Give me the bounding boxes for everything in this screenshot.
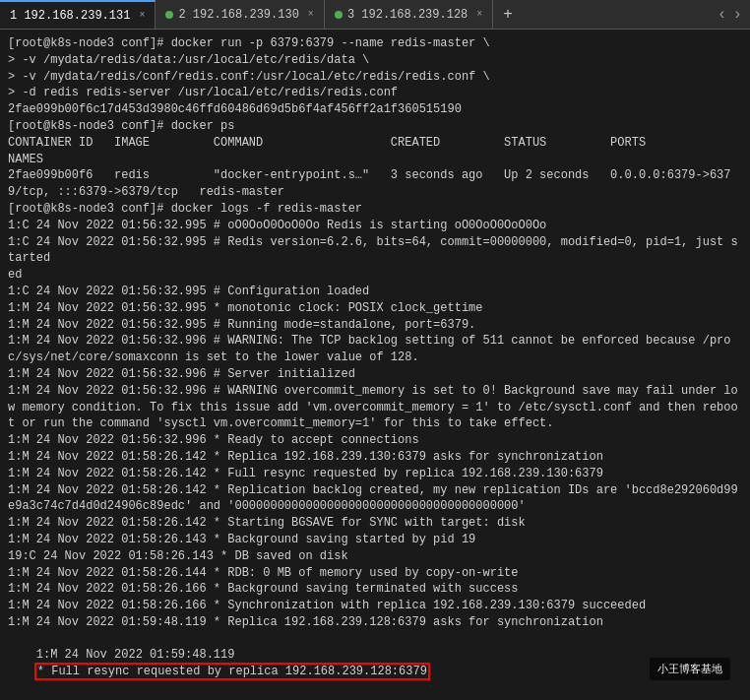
- line-26: 1:M 24 Nov 2022 01:58:26.144 * RDB: 0 MB…: [8, 565, 742, 582]
- nav-right-icon[interactable]: ›: [732, 6, 742, 24]
- line-28: 1:M 24 Nov 2022 01:58:26.166 * Synchroni…: [8, 598, 742, 614]
- line-9: [root@k8s-node3 conf]# docker logs -f re…: [8, 201, 742, 218]
- line-29: 1:M 24 Nov 2022 01:59:48.119 * Replica 1…: [8, 614, 742, 631]
- tab-3-label: 3 192.168.239.128: [347, 8, 468, 22]
- line-5: 2fae099b00f6c17d453d3980c46ffd60486d69d5…: [8, 101, 742, 118]
- line-6: [root@k8s-node3 conf]# docker ps: [8, 118, 742, 135]
- line-8: 2fae099b00f6 redis "docker-entrypoint.s……: [8, 167, 742, 201]
- line-4: > -d redis redis-server /usr/local/etc/r…: [8, 85, 742, 101]
- line-25: 19:C 24 Nov 2022 01:58:26.143 * DB saved…: [8, 548, 742, 565]
- line-21: 1:M 24 Nov 2022 01:58:26.142 * Full resy…: [8, 466, 742, 482]
- line-27: 1:M 24 Nov 2022 01:58:26.166 * Backgroun…: [8, 581, 742, 598]
- tab-2[interactable]: 2 192.168.239.130 ×: [156, 0, 324, 29]
- line-17: 1:M 24 Nov 2022 01:56:32.996 # Server in…: [8, 366, 742, 383]
- line-19: 1:M 24 Nov 2022 01:56:32.996 * Ready to …: [8, 432, 742, 449]
- tab-3-dot: [335, 11, 343, 19]
- tab-add[interactable]: +: [493, 0, 523, 29]
- tab-1-close[interactable]: ×: [139, 10, 145, 21]
- line-22: 1:M 24 Nov 2022 01:58:26.142 * Replicati…: [8, 482, 742, 516]
- tab-2-close[interactable]: ×: [308, 9, 314, 20]
- tab-bar: 1 192.168.239.131 × 2 192.168.239.130 × …: [0, 0, 750, 30]
- terminal: [root@k8s-node3 conf]# docker run -p 637…: [0, 30, 750, 700]
- line-20: 1:M 24 Nov 2022 01:58:26.142 * Replica 1…: [8, 449, 742, 466]
- tab-2-label: 2 192.168.239.130: [178, 8, 298, 22]
- tab-1-label: 1 192.168.239.131: [10, 9, 130, 23]
- line-13: 1:C 24 Nov 2022 01:56:32.995 # Configura…: [8, 284, 742, 300]
- line-18: 1:M 24 Nov 2022 01:56:32.996 # WARNING o…: [8, 383, 742, 432]
- tab-1[interactable]: 1 192.168.239.131 ×: [0, 0, 156, 29]
- tab-2-dot: [165, 11, 173, 19]
- line-10: 1:C 24 Nov 2022 01:56:32.995 # oO0OoO0Oo…: [8, 218, 742, 234]
- line-7: CONTAINER ID IMAGE COMMAND CREATED STATU…: [8, 135, 742, 168]
- line-3: > -v /mydata/redis/conf/redis.conf:/usr/…: [8, 69, 742, 86]
- line-12: ed: [8, 267, 742, 284]
- line-2: > -v /mydata/redis/data:/usr/local/etc/r…: [8, 52, 742, 69]
- nav-left-icon[interactable]: ‹: [718, 6, 727, 24]
- line-23: 1:M 24 Nov 2022 01:58:26.142 * Starting …: [8, 515, 742, 532]
- line-11: 1:C 24 Nov 2022 01:56:32.995 # Redis ver…: [8, 234, 742, 268]
- line-24: 1:M 24 Nov 2022 01:58:26.143 * Backgroun…: [8, 532, 742, 548]
- line-1: [root@k8s-node3 conf]# docker run -p 637…: [8, 35, 742, 52]
- watermark: 小王博客基地: [650, 658, 730, 680]
- tab-3[interactable]: 3 192.168.239.128 ×: [325, 0, 493, 29]
- line-14: 1:M 24 Nov 2022 01:56:32.995 * monotonic…: [8, 300, 742, 317]
- tab-right-area: ‹ ›: [718, 6, 750, 24]
- line-16: 1:M 24 Nov 2022 01:56:32.996 # WARNING: …: [8, 333, 742, 366]
- line-30: 1:M 24 Nov 2022 01:59:48.119 * Full resy…: [8, 631, 742, 697]
- line-15: 1:M 24 Nov 2022 01:56:32.995 # Running m…: [8, 317, 742, 334]
- tab-3-close[interactable]: ×: [476, 9, 482, 20]
